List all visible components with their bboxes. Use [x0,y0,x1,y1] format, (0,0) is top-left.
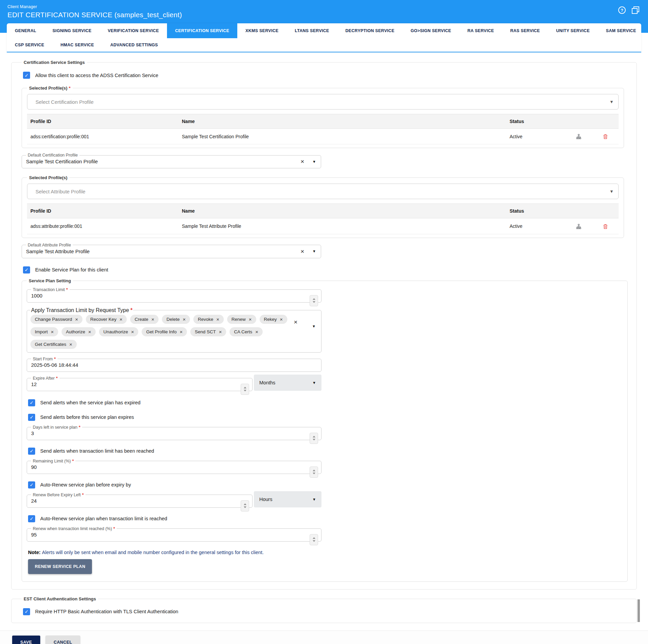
chip-remove-icon[interactable]: × [131,329,134,334]
spinner-down-icon[interactable] [244,390,246,391]
tab-go-sign-service[interactable]: GO>SIGN SERVICE [403,23,459,38]
chip-remove-icon[interactable]: × [219,329,222,334]
tab-sam-service[interactable]: SAM SERVICE [598,23,644,38]
renew-on-limit-input[interactable]: 95 [31,531,317,538]
dropdown-caret-icon[interactable]: ▼ [312,381,316,385]
alert-expired-checkbox-row[interactable]: Send alerts when the service plan has ex… [28,399,621,406]
certification-profile-select[interactable]: Select Certification Profile ▾ [27,94,619,110]
tab-general[interactable]: GENERAL [7,23,44,38]
chevron-down-icon[interactable]: ▾ [610,188,613,194]
delete-icon[interactable] [592,129,619,144]
allow-access-checkbox-row[interactable]: Allow this client to access the ADSS Cer… [23,72,628,79]
enable-service-plan-checkbox-row[interactable]: Enable Service Plan for this client [23,266,628,273]
spinner-down-icon[interactable] [313,540,315,542]
number-spinner[interactable] [310,433,318,444]
tab-decryption-service[interactable]: DECRYPTION SERVICE [337,23,403,38]
chip-remove-icon[interactable]: × [75,317,78,322]
chip-remove-icon[interactable]: × [216,317,219,322]
renew-service-plan-button[interactable]: RENEW SERVICE PLAN [28,559,92,574]
delete-icon[interactable] [592,218,619,234]
spinner-up-icon[interactable] [313,436,315,437]
dropdown-caret-icon[interactable]: ▼ [312,249,316,253]
default-certification-profile-value[interactable]: Sample Test Certification Profile [26,159,301,164]
chip-remove-icon[interactable]: × [119,317,122,322]
alert-limit-reached-checkbox[interactable] [28,448,35,455]
expire-after-unit-select[interactable]: Months ▼ [254,375,321,391]
duplicate-icon[interactable] [632,6,639,14]
chip-remove-icon[interactable]: × [280,317,283,322]
tab-signing-service[interactable]: SIGNING SERVICE [44,23,99,38]
number-spinner[interactable] [310,534,318,545]
spinner-down-icon[interactable] [313,301,315,303]
scrollbar-thumb[interactable] [638,599,640,622]
spinner-up-icon[interactable] [313,470,315,471]
number-spinner[interactable] [310,295,318,306]
number-spinner[interactable] [241,384,249,395]
attribute-profile-select[interactable]: Select Attribute Profile ▾ [27,184,619,199]
auto-renew-limit-checkbox[interactable] [28,515,35,522]
chip-remove-icon[interactable]: × [183,317,186,322]
dropdown-caret-icon[interactable]: ▼ [312,324,316,328]
tab-verification-service[interactable]: VERIFICATION SERVICE [100,23,167,38]
require-basic-auth-checkbox-row[interactable]: Require HTTP Basic Authentication with T… [23,608,628,615]
hierarchy-icon[interactable] [566,218,592,234]
help-icon[interactable] [618,6,626,14]
chip-remove-icon[interactable]: × [249,317,252,322]
chip-label: Revoke [198,317,213,322]
auto-renew-limit-checkbox-row[interactable]: Auto-Renew service plan when transaction… [28,515,621,522]
chip-remove-icon[interactable]: × [69,342,72,347]
dropdown-caret-icon[interactable]: ▼ [312,160,316,164]
days-left-input[interactable]: 3 [31,430,317,436]
alert-expired-checkbox[interactable] [28,399,35,406]
spinner-down-icon[interactable] [313,439,315,440]
start-from-input[interactable]: 2025-05-06 18:44:44 [31,361,317,368]
tab-certification-service[interactable]: CERTIFICATION SERVICE [167,23,237,38]
number-spinner[interactable] [241,500,249,511]
renew-before-expiry-input[interactable]: 24 [31,497,248,504]
allow-access-checkbox[interactable] [23,72,30,79]
save-button[interactable]: SAVE [12,636,40,644]
spinner-up-icon[interactable] [244,503,246,505]
number-spinner[interactable] [310,467,318,478]
clear-icon[interactable]: × [301,158,304,165]
tab-unity-service[interactable]: UNITY SERVICE [548,23,598,38]
tab-advanced-settings[interactable]: ADVANCED SETTINGS [102,38,166,52]
chip-remove-icon[interactable]: × [255,329,258,334]
required-asterisk: * [113,526,115,531]
chevron-down-icon[interactable]: ▾ [610,99,613,105]
spinner-up-icon[interactable] [313,298,315,300]
tab-csp-service[interactable]: CSP SERVICE [7,38,52,52]
transaction-limit-input[interactable]: 1000 [31,292,317,299]
clear-icon[interactable]: × [301,248,304,255]
enable-service-plan-checkbox[interactable] [23,266,30,273]
auto-renew-expiry-checkbox[interactable] [28,481,35,488]
spinner-up-icon[interactable] [313,537,315,539]
auto-renew-expiry-checkbox-row[interactable]: Auto-Renew service plan before expiry by [28,481,621,488]
alert-before-expiry-checkbox-row[interactable]: Send alerts before this service plan exp… [28,414,621,421]
require-basic-auth-checkbox[interactable] [23,608,30,615]
tab-ras-service[interactable]: RAS SERVICE [502,23,548,38]
chip-remove-icon[interactable]: × [151,317,154,322]
default-attribute-profile-value[interactable]: Sample Test Attribute Profile [26,248,301,254]
spinner-down-icon[interactable] [244,506,246,508]
dropdown-caret-icon[interactable]: ▼ [312,497,316,501]
renew-before-expiry-unit-select[interactable]: Hours ▼ [254,491,321,507]
tab-row-2: CSP SERVICEHMAC SERVICEADVANCED SETTINGS [7,38,641,52]
tab-ra-service[interactable]: RA SERVICE [459,23,502,38]
alert-limit-reached-checkbox-row[interactable]: Send alerts when transaction limit has b… [28,448,621,455]
expire-after-input[interactable]: 12 [31,381,248,387]
spinner-down-icon[interactable] [313,473,315,474]
chip-remove-icon[interactable]: × [88,329,91,334]
alert-before-expiry-checkbox[interactable] [28,414,35,421]
tab-ltans-service[interactable]: LTANS SERVICE [287,23,337,38]
remaining-limit-input[interactable]: 90 [31,463,317,470]
cancel-button[interactable]: CANCEL [46,636,80,644]
hierarchy-icon[interactable] [566,129,592,144]
clear-icon[interactable]: × [294,319,297,325]
tab-hmac-service[interactable]: HMAC SERVICE [52,38,102,52]
chip-remove-icon[interactable]: × [51,329,54,334]
renew-on-limit-field: Renew when transaction limit reached (%)… [27,526,321,542]
spinner-up-icon[interactable] [244,387,246,388]
chip-remove-icon[interactable]: × [179,329,183,334]
tab-xkms-service[interactable]: XKMS SERVICE [237,23,287,38]
